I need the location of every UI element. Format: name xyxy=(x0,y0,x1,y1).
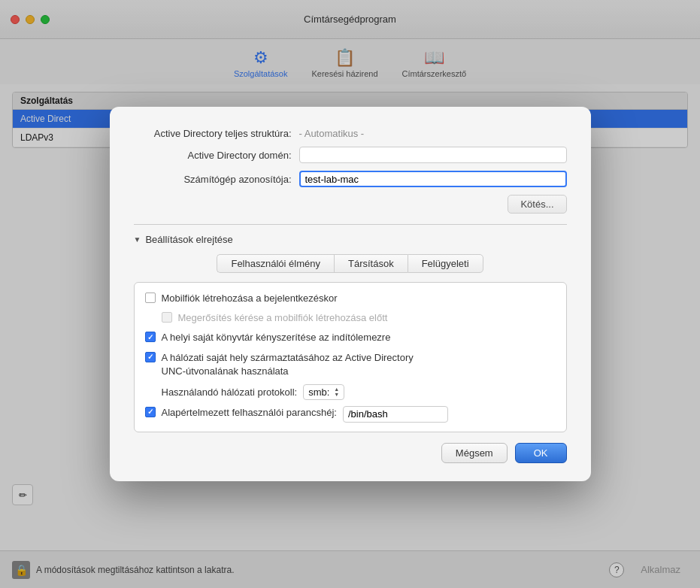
shell-input[interactable] xyxy=(343,406,448,423)
confirm-label: Megerősítés kérése a mobilfiók létrehozá… xyxy=(178,311,388,325)
computer-id-group: Számítógép azonosítója: xyxy=(134,171,567,187)
section-toggle[interactable]: ▼ Beállítások elrejtése xyxy=(134,234,567,245)
modal-buttons: Mégsem OK xyxy=(134,443,567,463)
modal-tabs: Felhasználói élmény Társítások Felügyele… xyxy=(134,254,567,273)
stepper-arrows[interactable]: ▲ ▼ xyxy=(334,386,339,397)
kottes-button[interactable]: Kötés... xyxy=(508,195,566,214)
ad-structure-label: Active Directory teljes struktúra: xyxy=(134,128,299,139)
modal-dialog: Active Directory teljes struktúra: - Aut… xyxy=(110,107,591,481)
shell-label: Alapértelmezett felhasználói parancshéj: xyxy=(162,406,337,420)
settings-box: Mobilfiók létrehozása a bejelentkezéskor… xyxy=(134,282,567,432)
protocol-label: Használandó hálózati protokoll: xyxy=(162,386,298,398)
ad-structure-value: - Automatikus - xyxy=(299,128,567,139)
ad-structure-group: Active Directory teljes struktúra: - Aut… xyxy=(134,128,567,139)
modal-tab-user[interactable]: Felhasználói élmény xyxy=(217,254,334,273)
protocol-row: Használandó hálózati protokoll: smb: ▲ ▼ xyxy=(162,384,556,400)
modal-tab-admin[interactable]: Felügyeleti xyxy=(408,254,483,273)
checkbox-local-home-row: A helyi saját könyvtár kényszerítése az … xyxy=(145,331,556,344)
ad-domain-label: Active Directory domén: xyxy=(134,150,299,161)
shell-checkbox[interactable] xyxy=(145,407,156,417)
kottes-row: Kötés... xyxy=(134,195,567,214)
cancel-button[interactable]: Mégsem xyxy=(441,443,508,463)
stepper-down-icon: ▼ xyxy=(334,392,339,397)
network-home-checkbox[interactable] xyxy=(145,352,156,362)
checkbox-mobile-row: Mobilfiók létrehozása a bejelentkezéskor xyxy=(145,292,556,305)
local-home-checkbox[interactable] xyxy=(145,332,156,342)
local-home-label: A helyi saját könyvtár kényszerítése az … xyxy=(162,331,391,344)
mobile-label: Mobilfiók létrehozása a bejelentkezéskor xyxy=(162,292,338,305)
mobile-checkbox[interactable] xyxy=(145,292,156,303)
confirm-checkbox xyxy=(162,312,172,323)
modal-overlay: Active Directory teljes struktúra: - Aut… xyxy=(0,0,700,588)
ad-domain-group: Active Directory domén: xyxy=(134,147,567,163)
modal-tab-bind[interactable]: Társítások xyxy=(334,254,408,273)
protocol-value: smb: xyxy=(308,386,329,398)
stepper-up-icon: ▲ xyxy=(334,386,339,392)
computer-id-label: Számítógép azonosítója: xyxy=(134,174,299,185)
toggle-arrow-icon: ▼ xyxy=(134,235,141,244)
checkbox-network-home-row: A hálózati saját hely származtatásához a… xyxy=(145,351,556,378)
checkbox-confirm-row: Megerősítés kérése a mobilfiók létrehozá… xyxy=(162,311,556,325)
protocol-select[interactable]: smb: ▲ ▼ xyxy=(303,384,344,400)
ok-button[interactable]: OK xyxy=(515,443,567,463)
computer-id-input[interactable] xyxy=(299,171,567,187)
network-home-label: A hálózati saját hely származtatásához a… xyxy=(162,351,414,378)
shell-row: Alapértelmezett felhasználói parancshéj: xyxy=(145,406,556,423)
settings-section: ▼ Beállítások elrejtése Felhasználói élm… xyxy=(134,224,567,432)
section-title: Beállítások elrejtése xyxy=(145,234,232,245)
ad-domain-input[interactable] xyxy=(299,147,567,163)
